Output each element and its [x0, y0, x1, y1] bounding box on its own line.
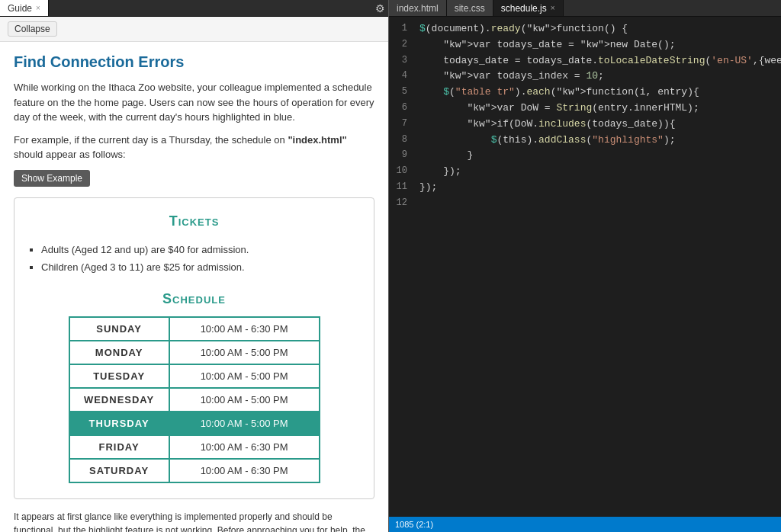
schedule-time: 10:00 AM - 5:00 PM — [169, 364, 320, 388]
code-line: 4 "kw">var todays_index = 10; — [389, 69, 781, 85]
guide-panel: Guide × ⚙ Collapse Find Connection Error… — [0, 0, 389, 532]
schedule-day: MONDAY — [69, 341, 169, 364]
code-line: 7 "kw">if(DoW.includes(todays_date)){ — [389, 117, 781, 133]
code-line: 3 todays_date = todays_date.toLocaleDate… — [389, 53, 781, 69]
editor-panel: index.htmlsite.cssschedule.js× 1$(docume… — [389, 0, 781, 532]
code-line: 5 $("table tr").each("kw">function(i, en… — [389, 85, 781, 101]
code-line: 6 "kw">var DoW = String(entry.innerHTML)… — [389, 101, 781, 117]
line-content[interactable]: "kw">var todays_index = 10; — [419, 69, 604, 85]
editor-tab-close[interactable]: × — [551, 5, 555, 12]
line-number: 4 — [389, 69, 419, 85]
line-number: 9 — [389, 148, 419, 164]
schedule-time: 10:00 AM - 5:00 PM — [169, 341, 320, 364]
line-number: 1 — [389, 21, 419, 37]
schedule-day: SUNDAY — [69, 317, 169, 341]
guide-paragraph-1: While working on the Ithaca Zoo website,… — [14, 80, 374, 125]
editor-tab-label: index.html — [397, 3, 439, 14]
schedule-row: THURSDAY10:00 AM - 5:00 PM — [69, 412, 320, 435]
schedule-day: THURSDAY — [69, 412, 169, 435]
line-content[interactable]: }); — [419, 180, 437, 196]
show-example-button[interactable]: Show Example — [14, 170, 90, 187]
code-line: 9 } — [389, 148, 781, 164]
schedule-row: WEDNESDAY10:00 AM - 5:00 PM — [69, 388, 320, 412]
line-content[interactable]: "kw">var todays_date = "kw">new Date(); — [419, 37, 676, 53]
line-content[interactable]: $(this).addClass("highlights"); — [419, 133, 676, 149]
line-number: 12 — [389, 196, 419, 211]
line-number: 11 — [389, 180, 419, 196]
line-number: 7 — [389, 117, 419, 133]
guide-footer: It appears at first glance like everythi… — [14, 510, 374, 532]
editor-tab-site-css[interactable]: site.css — [447, 0, 493, 16]
schedule-row: SATURDAY10:00 AM - 6:30 PM — [69, 459, 320, 482]
line-number: 8 — [389, 133, 419, 149]
code-line: 10 }); — [389, 164, 781, 180]
schedule-day: TUESDAY — [69, 364, 169, 388]
schedule-table: SUNDAY10:00 AM - 6:30 PMMONDAY10:00 AM -… — [69, 316, 320, 483]
line-number: 3 — [389, 53, 419, 69]
editor-tab-index-html[interactable]: index.html — [389, 0, 447, 16]
line-number: 5 — [389, 85, 419, 101]
ticket-item-1: Adults (Aged 12 and up) are $40 for admi… — [41, 241, 362, 258]
main-container: Guide × ⚙ Collapse Find Connection Error… — [0, 0, 781, 532]
collapse-button[interactable]: Collapse — [8, 21, 57, 37]
code-line: 8 $(this).addClass("highlights"); — [389, 133, 781, 149]
example-box: Tickets Adults (Aged 12 and up) are $40 … — [14, 197, 374, 500]
guide-tab-bar: Guide × ⚙ — [0, 0, 388, 17]
editor-tab-schedule-js[interactable]: schedule.js× — [493, 0, 564, 16]
schedule-row: MONDAY10:00 AM - 5:00 PM — [69, 341, 320, 364]
guide-toolbar: Collapse — [0, 17, 388, 42]
status-bar: 1085 (2:1) ⛶ — [389, 517, 781, 532]
code-line: 11}); — [389, 180, 781, 196]
guide-settings-button[interactable]: ⚙ — [375, 2, 385, 14]
status-position: 1085 (2:1) — [395, 520, 433, 529]
code-area[interactable]: 1$(document).ready("kw">function() {2 "k… — [389, 17, 781, 517]
schedule-time: 10:00 AM - 5:00 PM — [169, 412, 320, 435]
line-content[interactable]: }); — [419, 164, 461, 180]
editor-tab-label: site.css — [455, 3, 485, 14]
schedule-day: FRIDAY — [69, 435, 169, 459]
schedule-day: WEDNESDAY — [69, 388, 169, 412]
line-number: 2 — [389, 37, 419, 53]
schedule-time: 10:00 AM - 6:30 PM — [169, 435, 320, 459]
line-content[interactable]: "kw">if(DoW.includes(todays_date)){ — [419, 117, 676, 133]
line-content[interactable]: $(document).ready("kw">function() { — [419, 21, 628, 37]
schedule-time: 10:00 AM - 5:00 PM — [169, 388, 320, 412]
schedule-row: TUESDAY10:00 AM - 5:00 PM — [69, 364, 320, 388]
schedule-time: 10:00 AM - 6:30 PM — [169, 317, 320, 341]
line-number: 6 — [389, 101, 419, 117]
ticket-item-2: Children (Aged 3 to 11) are $25 for admi… — [41, 258, 362, 276]
guide-tab-close[interactable]: × — [36, 5, 40, 12]
code-line: 12 — [389, 196, 781, 211]
schedule-row: SUNDAY10:00 AM - 6:30 PM — [69, 317, 320, 341]
guide-title: Find Connection Errors — [14, 53, 374, 71]
tickets-title: Tickets — [26, 213, 362, 229]
line-content[interactable]: todays_date = todays_date.toLocaleDateSt… — [419, 53, 781, 69]
schedule-row: FRIDAY10:00 AM - 6:30 PM — [69, 435, 320, 459]
guide-content: Find Connection Errors While working on … — [0, 42, 388, 532]
code-line: 2 "kw">var todays_date = "kw">new Date()… — [389, 37, 781, 53]
index-html-reference: "index.html" — [288, 134, 346, 146]
schedule-day: SATURDAY — [69, 459, 169, 482]
editor-tab-label: schedule.js — [501, 3, 547, 14]
line-content[interactable]: } — [419, 148, 473, 164]
guide-paragraph-2: For example, if the current day is a Thu… — [14, 133, 374, 162]
code-line: 1$(document).ready("kw">function() { — [389, 21, 781, 37]
guide-tab[interactable]: Guide × — [0, 0, 49, 16]
line-number: 10 — [389, 164, 419, 180]
guide-tab-label: Guide — [8, 3, 32, 14]
tickets-list: Adults (Aged 12 and up) are $40 for admi… — [26, 241, 362, 277]
line-content[interactable]: "kw">var DoW = String(entry.innerHTML); — [419, 101, 699, 117]
line-content[interactable]: $("table tr").each("kw">function(i, entr… — [419, 85, 699, 101]
editor-tab-bar: index.htmlsite.cssschedule.js× — [389, 0, 781, 17]
schedule-time: 10:00 AM - 6:30 PM — [169, 459, 320, 482]
schedule-title: Schedule — [26, 291, 362, 307]
